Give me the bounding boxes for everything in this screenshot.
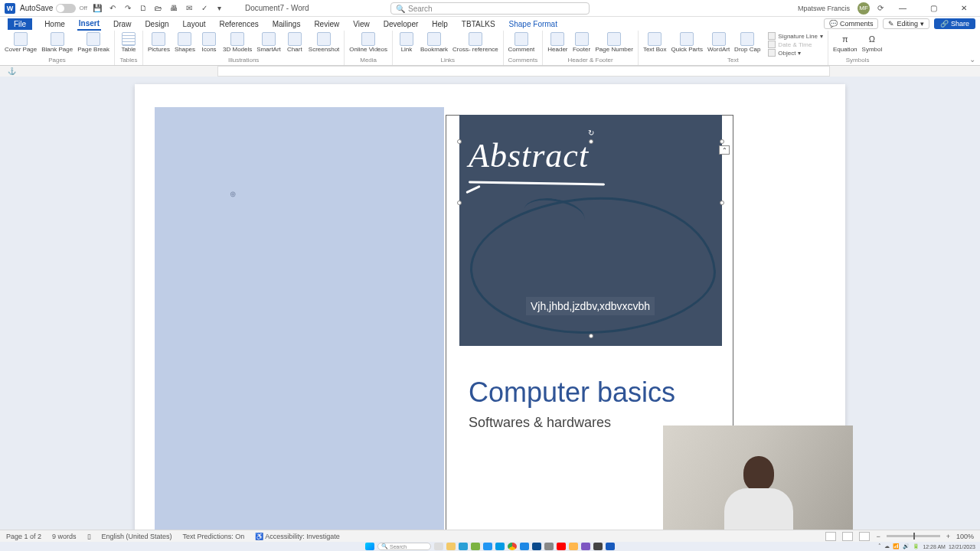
- user-avatar[interactable]: MF: [858, 2, 870, 15]
- search-box[interactable]: 🔍 Search: [390, 2, 590, 15]
- object-button[interactable]: Object ▾: [768, 49, 823, 57]
- smartart-button[interactable]: SmartArt: [256, 32, 281, 53]
- app-icon[interactable]: [483, 543, 492, 550]
- cover-page-button[interactable]: Cover Page: [5, 32, 37, 53]
- signature-line-button[interactable]: Signature Line ▾: [768, 32, 823, 40]
- chart-button[interactable]: Chart: [286, 32, 304, 53]
- page-number-button[interactable]: Page Number: [596, 32, 633, 53]
- print-icon[interactable]: 🖶: [168, 3, 179, 14]
- tab-view[interactable]: View: [351, 18, 371, 30]
- link-button[interactable]: Link: [397, 32, 416, 53]
- zoom-in-button[interactable]: +: [946, 533, 950, 540]
- quick-parts-button[interactable]: Quick Parts: [671, 32, 703, 53]
- store-icon[interactable]: [532, 543, 541, 550]
- collapse-ribbon-button[interactable]: ⌄: [969, 55, 975, 64]
- word-taskbar-icon[interactable]: [606, 543, 615, 550]
- tray-chevron-icon[interactable]: ˄: [878, 543, 881, 549]
- undo-icon[interactable]: ↶: [107, 3, 118, 14]
- email-icon[interactable]: ✉: [184, 3, 194, 14]
- volume-icon[interactable]: 🔊: [903, 543, 910, 549]
- view-focus-button[interactable]: [825, 532, 836, 541]
- edge-icon[interactable]: [459, 543, 468, 550]
- date-time-button[interactable]: Date & Time: [768, 41, 823, 48]
- open-icon[interactable]: 🗁: [153, 3, 164, 14]
- system-tray[interactable]: ˄ ☁ 📶 🔊 🔋 12:28 AM 12/21/2023: [878, 543, 975, 549]
- app-icon[interactable]: [471, 543, 480, 550]
- selection-handle[interactable]: [720, 201, 724, 205]
- footer-button[interactable]: Footer: [573, 32, 591, 53]
- status-language[interactable]: English (United States): [102, 533, 172, 540]
- horizontal-ruler[interactable]: [217, 66, 830, 77]
- 3d-models-button[interactable]: 3D Models: [223, 32, 252, 53]
- document-subtitle[interactable]: Softwares & hardwares: [469, 415, 611, 431]
- editing-mode-button[interactable]: ✎ Editing ▾: [883, 18, 929, 29]
- wifi-icon[interactable]: 📶: [893, 543, 900, 549]
- tab-design[interactable]: Design: [143, 18, 170, 30]
- chrome-icon[interactable]: [508, 543, 517, 550]
- share-button[interactable]: 🔗 Share: [934, 18, 975, 29]
- tab-insert[interactable]: Insert: [77, 18, 101, 31]
- redo-icon[interactable]: ↷: [122, 3, 133, 14]
- tab-developer[interactable]: Developer: [382, 18, 420, 30]
- app-icon[interactable]: [544, 543, 554, 550]
- equation-button[interactable]: πEquation: [833, 32, 858, 53]
- close-button[interactable]: ✕: [952, 0, 975, 17]
- comments-button[interactable]: 💬 Comments: [824, 18, 879, 29]
- save-icon[interactable]: 💾: [92, 3, 103, 14]
- spelling-icon[interactable]: ✓: [199, 3, 210, 14]
- zoom-level[interactable]: 100%: [956, 533, 974, 540]
- bookmark-button[interactable]: Bookmark: [420, 32, 448, 53]
- status-spell-icon[interactable]: ▯: [87, 533, 91, 540]
- status-predictions[interactable]: Text Predictions: On: [183, 533, 245, 540]
- explorer-icon[interactable]: [446, 543, 456, 550]
- selection-handle[interactable]: [589, 334, 593, 338]
- start-button[interactable]: [365, 543, 374, 550]
- taskbar-search[interactable]: 🔍 Search: [377, 543, 431, 550]
- tab-mailings[interactable]: Mailings: [271, 18, 302, 30]
- tab-review[interactable]: Review: [312, 18, 341, 30]
- screenshot-button[interactable]: Screenshot: [309, 32, 339, 53]
- app-icon[interactable]: [593, 543, 603, 550]
- wordart-button[interactable]: WordArt: [707, 32, 730, 53]
- header-button[interactable]: Header: [547, 32, 567, 53]
- app-icon[interactable]: [495, 543, 505, 550]
- view-web-button[interactable]: [859, 532, 870, 541]
- shapes-button[interactable]: Shapes: [175, 32, 195, 53]
- view-print-button[interactable]: [842, 532, 853, 541]
- task-view-icon[interactable]: [434, 543, 443, 550]
- minimize-button[interactable]: —: [891, 0, 914, 17]
- status-page[interactable]: Page 1 of 2: [6, 533, 41, 540]
- selection-handle[interactable]: [589, 139, 593, 144]
- cloud-icon[interactable]: ☁: [884, 543, 890, 549]
- tab-home[interactable]: Home: [43, 18, 67, 30]
- new-icon[interactable]: 🗋: [138, 3, 149, 14]
- selection-handle[interactable]: [457, 201, 462, 205]
- text-box-button[interactable]: Text Box: [643, 32, 667, 53]
- symbol-button[interactable]: ΩSymbol: [862, 32, 883, 53]
- ink-drawing-shape[interactable]: ↻ ⌃ Abstract Vjh,jhbd,jzdbv,xdbvxcvbh: [459, 115, 722, 346]
- cross-reference-button[interactable]: Cross- reference: [452, 32, 498, 53]
- document-h1[interactable]: Computer basics: [469, 377, 675, 409]
- autosave-toggle[interactable]: AutoSave Off: [20, 4, 87, 13]
- clock-date[interactable]: 12/21/2023: [949, 544, 975, 549]
- tab-shape-format[interactable]: Shape Format: [508, 18, 559, 30]
- youtube-icon[interactable]: [557, 543, 566, 550]
- folder-icon[interactable]: [569, 543, 578, 550]
- abstract-body-text[interactable]: Vjh,jhbd,jzdbv,xdbvxcvbh: [526, 297, 655, 315]
- sync-icon[interactable]: ⟳: [877, 4, 884, 12]
- online-videos-button[interactable]: Online Videos: [349, 32, 387, 53]
- selection-handle[interactable]: [720, 139, 724, 144]
- clock-time[interactable]: 12:28 AM: [923, 544, 946, 549]
- tab-tbtalks[interactable]: TBTALKS: [460, 18, 497, 30]
- app-icon[interactable]: [520, 543, 529, 550]
- icons-button[interactable]: Icons: [200, 32, 218, 53]
- user-name[interactable]: Mpatswe Francis: [798, 5, 850, 12]
- zoom-out-button[interactable]: −: [876, 533, 880, 540]
- tab-references[interactable]: References: [218, 18, 260, 30]
- comment-button[interactable]: Comment: [508, 32, 535, 53]
- table-button[interactable]: Table: [119, 32, 138, 53]
- selection-handle[interactable]: [457, 139, 462, 144]
- tab-file[interactable]: File: [8, 18, 32, 30]
- status-accessibility[interactable]: ♿ Accessibility: Investigate: [255, 533, 340, 540]
- page-break-button[interactable]: Page Break: [77, 32, 109, 53]
